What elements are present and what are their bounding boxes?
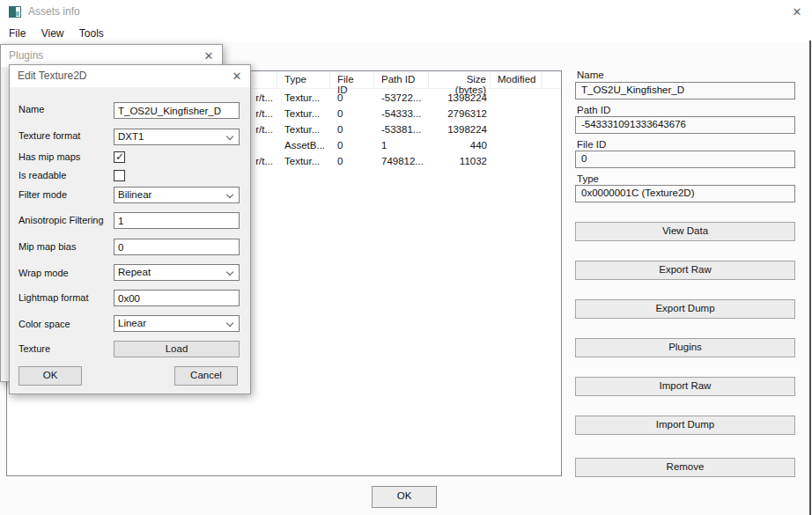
load-button[interactable]: Load [114,341,240,357]
menu-file[interactable]: File [3,25,32,42]
path-id-label: Path ID [577,105,610,115]
name-input[interactable] [114,102,240,119]
is-readable-checkbox[interactable] [114,170,125,181]
edit-texture2d-dialog: Edit Texture2D ✕ Name Texture format DXT… [9,64,251,394]
name-field-label: Name [18,104,44,114]
cell-size: 2796312 [429,107,491,122]
cell-file-id: 0 [330,107,374,122]
ok-button-dialog[interactable]: OK [18,366,82,386]
chevron-down-icon [226,269,233,276]
filter-mode-value: Bilinear [118,189,151,200]
menu-bar: File View Tools [0,25,812,42]
name-field[interactable]: T_OS2U_Kingfisher_D [575,82,795,99]
cell-type: AssetB... [277,138,330,154]
cell-size: 1398224 [429,91,491,107]
texture-format-select[interactable]: DXT1 [114,129,240,145]
cell-path-id: -53722... [374,91,429,107]
ok-button-main[interactable]: OK [372,486,437,508]
anisotropic-filtering-label: Anisotropic Filtering [18,215,104,225]
import-dump-button[interactable]: Import Dump [575,416,795,435]
wrap-mode-label: Wrap mode [18,268,69,278]
close-icon[interactable]: ✕ [787,3,807,22]
type-field[interactable]: 0x0000001C (Texture2D) [575,185,795,202]
wrap-mode-select[interactable]: Repeat [114,264,240,281]
cell-modified [491,122,542,138]
app-icon [9,6,21,18]
type-label: Type [577,173,599,184]
window-title: Assets info [28,5,80,18]
cell-file-id: 0 [330,122,374,138]
texture-format-value: DXT1 [118,131,144,142]
cell-size: 1398224 [429,122,491,138]
remove-button[interactable]: Remove [575,458,795,477]
export-dump-button[interactable]: Export Dump [575,299,795,319]
file-id-field[interactable]: 0 [575,151,795,168]
name-label: Name [577,70,604,80]
cell-file-id: 0 [330,138,374,154]
filter-mode-select[interactable]: Bilinear [114,187,240,203]
assets-info-window: Assets info ✕ File View Tools Type File … [0,0,812,515]
cell-type: Textur... [277,107,330,122]
cell-file-id: 0 [330,91,374,107]
cell-modified [491,154,542,170]
cell-modified [491,138,542,154]
cell-size: 440 [429,138,491,154]
cell-path-id: 749812... [374,154,429,170]
texture-format-label: Texture format [18,130,80,141]
texture-label: Texture [18,343,50,354]
anisotropic-filtering-input[interactable] [114,212,240,229]
color-space-value: Linear [118,318,146,328]
filter-mode-label: Filter mode [18,189,67,200]
column-header-modified[interactable]: Modified [491,71,542,89]
color-space-select[interactable]: Linear [114,315,240,332]
window-right-border [809,40,811,515]
column-header-file-id[interactable]: File ID [330,71,374,89]
is-readable-label: Is readable [18,170,66,180]
mip-map-bias-label: Mip map bias [18,241,76,252]
cell-modified [491,91,542,107]
chevron-down-icon [226,191,233,198]
column-header-size[interactable]: Size (bytes) [429,71,491,89]
lightmap-format-label: Lightmap format [18,292,88,303]
color-space-label: Color space [18,319,70,329]
mip-map-bias-input[interactable] [114,239,240,255]
file-id-label: File ID [577,139,606,150]
close-icon[interactable]: ✕ [199,47,218,66]
chevron-down-icon [226,320,233,327]
view-data-button[interactable]: View Data [575,222,795,241]
path-id-field[interactable]: -543331091333643676 [575,116,795,134]
import-raw-button[interactable]: Import Raw [575,377,795,396]
cell-path-id: -54333... [374,107,429,122]
column-header-type[interactable]: Type [277,71,330,89]
plugins-window-title: Plugins [9,49,43,62]
cell-path-id: -53381... [374,122,429,138]
plugins-button[interactable]: Plugins [575,338,795,357]
cell-modified [491,107,542,122]
menu-tools[interactable]: Tools [73,25,110,42]
has-mip-maps-label: Has mip maps [18,151,80,162]
cell-file-id: 0 [330,154,374,170]
cell-type: Textur... [277,122,330,138]
cell-path-id: 1 [374,138,429,154]
edit-dialog-title-bar: Edit Texture2D ✕ [10,65,250,88]
column-header-path-id[interactable]: Path ID [374,71,429,89]
has-mip-maps-checkbox[interactable] [114,151,125,163]
wrap-mode-value: Repeat [118,267,151,277]
title-bar: Assets info ✕ [0,0,812,25]
cancel-button-dialog[interactable]: Cancel [174,366,238,386]
chevron-down-icon [226,133,233,140]
cell-size: 11032 [429,154,491,170]
lightmap-format-input[interactable] [114,290,240,306]
cell-type: Textur... [277,91,330,107]
close-icon[interactable]: ✕ [227,67,247,86]
edit-dialog-title: Edit Texture2D [18,70,87,82]
menu-view[interactable]: View [35,25,70,42]
export-raw-button[interactable]: Export Raw [575,261,795,280]
cell-type: Textur... [277,154,330,170]
